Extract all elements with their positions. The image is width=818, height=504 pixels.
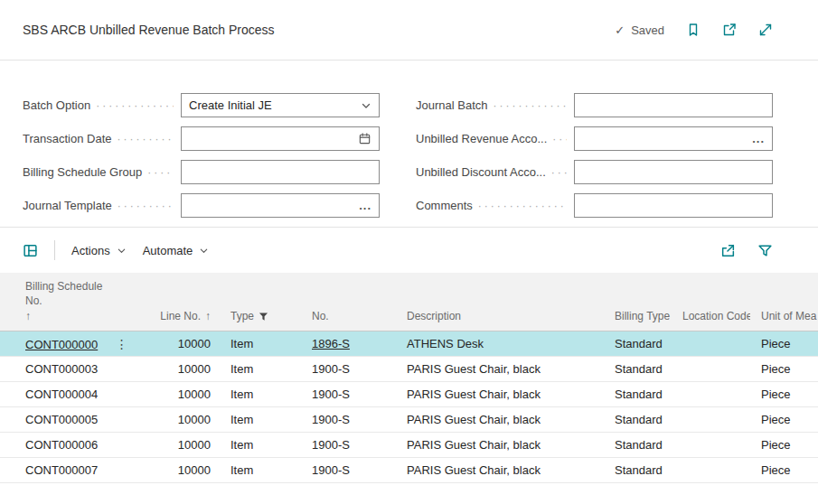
bookmark-button[interactable]: [686, 23, 700, 37]
cell-description[interactable]: ATHENS Desk: [398, 337, 606, 350]
cell-unit-of-measure[interactable]: Piece: [750, 463, 818, 477]
cell-no[interactable]: 1900-S: [303, 362, 398, 376]
cell-unit-of-measure[interactable]: Piece: [750, 337, 818, 350]
column-label: Location Code: [682, 310, 750, 322]
cell-description[interactable]: PARIS Guest Chair, black: [398, 413, 606, 426]
column-header-no[interactable]: No.: [303, 310, 398, 331]
cell-no[interactable]: 1900-S: [303, 463, 398, 477]
cell-billing-schedule-no[interactable]: CONT000005: [0, 413, 149, 426]
column-header-type[interactable]: Type: [221, 310, 303, 331]
cell-billing-type[interactable]: Standard: [606, 387, 673, 401]
table-row[interactable]: CONT000004 10000 Item 1900-S PARIS Guest…: [0, 382, 818, 407]
transaction-date-label: Transaction Date: [23, 132, 181, 145]
column-header-billing-schedule-no[interactable]: Billing Schedule No. ↑: [0, 279, 149, 331]
cell-line-no[interactable]: 10000: [149, 362, 221, 376]
cell-line-no[interactable]: 10000: [149, 413, 221, 426]
cell-billing-schedule-no[interactable]: CONT000003: [0, 362, 149, 376]
share-button[interactable]: [720, 243, 736, 258]
cell-description[interactable]: PARIS Guest Chair, black: [398, 387, 606, 401]
dotted-leader: [118, 133, 174, 145]
cell-unit-of-measure[interactable]: Piece: [750, 413, 818, 426]
cell-billing-type[interactable]: Standard: [606, 438, 673, 452]
comments-input[interactable]: [574, 193, 773, 218]
table-row[interactable]: CONT000005 10000 Item 1900-S PARIS Guest…: [0, 407, 818, 433]
cell-line-no[interactable]: 10000: [149, 438, 221, 452]
billing-schedule-link[interactable]: CONT000000: [25, 338, 98, 351]
table-row[interactable]: CONT000003 10000 Item 1900-S PARIS Guest…: [0, 357, 818, 382]
open-in-window-icon: [722, 23, 737, 37]
cell-type[interactable]: Item: [221, 362, 303, 376]
column-filter-icon: [259, 312, 268, 322]
column-header-line-no[interactable]: Line No. ↑: [149, 310, 221, 331]
table-row[interactable]: CONT000007 10000 Item 1900-S PARIS Guest…: [0, 458, 818, 483]
cell-line-no[interactable]: 10000: [149, 337, 221, 350]
cell-billing-type[interactable]: Standard: [606, 337, 673, 350]
cell-billing-schedule-no[interactable]: CONT000006: [0, 438, 149, 452]
chevron-down-icon[interactable]: [361, 100, 371, 111]
table-header-row: Billing Schedule No. ↑ Line No. ↑ Type N…: [0, 273, 818, 331]
billing-schedule-group-input[interactable]: [181, 160, 380, 184]
calendar-icon[interactable]: [358, 132, 371, 145]
dotted-leader: [147, 166, 174, 179]
unbilled-revenue-account-label: Unbilled Revenue Acco...: [416, 132, 574, 145]
cell-billing-schedule-no[interactable]: CONT000007: [0, 463, 149, 477]
column-header-description[interactable]: Description: [398, 310, 606, 331]
cell-billing-schedule-no[interactable]: CONT000004: [0, 387, 149, 401]
cell-type[interactable]: Item: [221, 413, 303, 426]
assist-edit-icon[interactable]: ...: [353, 203, 371, 208]
cell-unit-of-measure[interactable]: Piece: [750, 387, 818, 401]
filter-button[interactable]: [757, 243, 773, 258]
item-no-link[interactable]: 1896-S: [312, 337, 350, 350]
open-in-window-button[interactable]: [722, 23, 737, 37]
unbilled-revenue-account-input[interactable]: ...: [574, 126, 773, 151]
column-header-billing-type[interactable]: Billing Type: [606, 310, 673, 331]
unbilled-discount-account-input[interactable]: [574, 160, 773, 184]
transaction-date-input[interactable]: [181, 126, 380, 151]
cell-line-no[interactable]: 10000: [149, 463, 221, 477]
saved-label: Saved: [631, 23, 664, 37]
cell-description[interactable]: PARIS Guest Chair, black: [398, 362, 606, 376]
expand-button[interactable]: [758, 23, 773, 37]
dotted-leader: [551, 166, 567, 179]
cell-no[interactable]: 1900-S: [303, 413, 398, 426]
cell-no[interactable]: 1900-S: [303, 438, 398, 452]
cell-billing-type[interactable]: Standard: [606, 413, 673, 426]
cell-line-no[interactable]: 10000: [149, 387, 221, 401]
board-view-button[interactable]: [23, 243, 38, 258]
automate-menu[interactable]: Automate: [143, 244, 210, 257]
chevron-down-icon: [199, 246, 209, 256]
journal-batch-input[interactable]: [574, 93, 773, 117]
assist-edit-icon[interactable]: ...: [747, 136, 765, 141]
page-header: SBS ARCB Unbilled Revenue Batch Process …: [0, 0, 818, 61]
cell-unit-of-measure[interactable]: Piece: [750, 362, 818, 376]
form-column-right: Journal Batch Unbilled Revenue Acco...: [416, 93, 773, 227]
cell-description[interactable]: PARIS Guest Chair, black: [398, 463, 606, 477]
cell-type[interactable]: Item: [221, 463, 303, 477]
form-column-left: Batch Option Create Initial JE Transacti…: [23, 93, 380, 227]
table-row[interactable]: CONT000006 10000 Item 1900-S PARIS Guest…: [0, 433, 818, 458]
batch-option-label: Batch Option: [23, 98, 181, 112]
journal-template-label: Journal Template: [23, 199, 181, 212]
journal-template-input[interactable]: ...: [181, 193, 380, 218]
dotted-leader: [494, 99, 568, 112]
row-options-button[interactable]: ⋮: [116, 337, 128, 351]
unbilled-discount-account-label: Unbilled Discount Acco...: [416, 165, 574, 179]
cell-type[interactable]: Item: [221, 337, 303, 350]
sort-ascending-icon: ↑: [25, 310, 31, 322]
cell-billing-type[interactable]: Standard: [606, 463, 673, 477]
cell-description[interactable]: PARIS Guest Chair, black: [398, 438, 606, 452]
cell-type[interactable]: Item: [221, 387, 303, 401]
actions-menu-label: Actions: [71, 244, 110, 257]
cell-no[interactable]: 1896-S: [303, 337, 398, 350]
cell-billing-schedule-no[interactable]: CONT000000 ⋮: [0, 337, 149, 351]
table-row[interactable]: CONT000000 ⋮ 10000 Item 1896-S ATHENS De…: [0, 331, 818, 357]
column-header-location-code[interactable]: Location Code: [673, 310, 750, 331]
cell-no[interactable]: 1900-S: [303, 387, 398, 401]
cell-type[interactable]: Item: [221, 438, 303, 452]
chevron-down-icon: [117, 246, 127, 256]
cell-billing-type[interactable]: Standard: [606, 362, 673, 376]
batch-option-select[interactable]: Create Initial JE: [181, 93, 380, 117]
cell-unit-of-measure[interactable]: Piece: [750, 438, 818, 452]
actions-menu[interactable]: Actions: [71, 244, 127, 257]
column-header-unit-of-measure[interactable]: Unit of Mea: [750, 310, 818, 331]
